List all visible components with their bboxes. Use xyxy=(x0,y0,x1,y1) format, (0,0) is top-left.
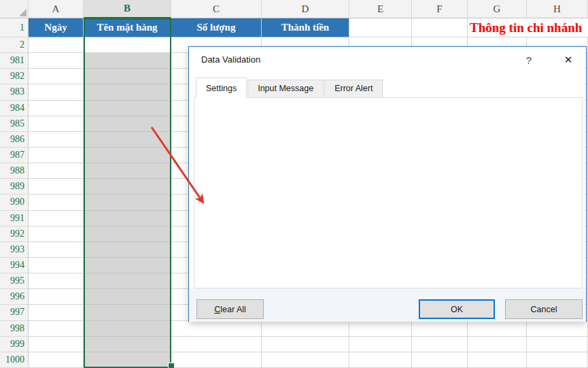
tab-input-message[interactable]: Input Message xyxy=(247,80,324,97)
cell-B991[interactable] xyxy=(84,211,171,227)
cell-B999[interactable] xyxy=(84,337,171,352)
row-header-986[interactable]: 986 xyxy=(0,132,29,148)
row-header-981[interactable]: 981 xyxy=(0,53,29,69)
cell-D998[interactable] xyxy=(262,321,349,337)
column-header-A[interactable]: A xyxy=(29,0,84,18)
row-header-2[interactable]: 2 xyxy=(0,37,29,53)
cell-E999[interactable] xyxy=(349,337,412,352)
cell-A989[interactable] xyxy=(29,179,84,195)
column-header-G[interactable]: G xyxy=(468,0,527,18)
row-header-998[interactable]: 998 xyxy=(0,321,29,337)
row-header-994[interactable]: 994 xyxy=(0,258,29,273)
cell-B997[interactable] xyxy=(84,305,171,320)
row-header-1[interactable]: 1 xyxy=(0,18,29,37)
cell-B982[interactable] xyxy=(84,69,171,84)
row-header-997[interactable]: 997 xyxy=(0,305,29,320)
column-header-B[interactable]: B xyxy=(84,0,171,18)
cell-C1[interactable]: Số lượng xyxy=(171,18,262,37)
select-all-corner[interactable] xyxy=(0,0,29,18)
help-icon[interactable]: ? xyxy=(521,52,537,67)
row-header-991[interactable]: 991 xyxy=(0,211,29,227)
cell-F999[interactable] xyxy=(412,337,468,352)
cell-C999[interactable] xyxy=(171,337,262,352)
cell-B988[interactable] xyxy=(84,163,171,179)
cell-A995[interactable] xyxy=(29,273,84,289)
cell-E998[interactable] xyxy=(349,321,412,337)
column-header-E[interactable]: E xyxy=(349,0,412,18)
cell-B986[interactable] xyxy=(84,132,171,148)
cell-G998[interactable] xyxy=(468,321,527,337)
cell-A981[interactable] xyxy=(29,53,84,69)
cell-B2[interactable] xyxy=(84,37,171,53)
cell-B996[interactable] xyxy=(84,289,171,305)
cell-A996[interactable] xyxy=(29,289,84,305)
row-header-999[interactable]: 999 xyxy=(0,337,29,352)
ok-button[interactable]: OK xyxy=(419,299,495,319)
cell-G1[interactable]: Thông tin chi nhánh xyxy=(468,18,588,37)
cell-A992[interactable] xyxy=(29,227,84,242)
cell-B995[interactable] xyxy=(84,273,171,289)
cell-H1000[interactable] xyxy=(527,352,588,368)
row-header-992[interactable]: 992 xyxy=(0,227,29,242)
fill-handle[interactable] xyxy=(168,363,175,368)
row-header-984[interactable]: 984 xyxy=(0,101,29,116)
cell-C1000[interactable] xyxy=(171,352,262,368)
cell-A990[interactable] xyxy=(29,195,84,210)
cell-A986[interactable] xyxy=(29,132,84,148)
cell-G1000[interactable] xyxy=(468,352,527,368)
cell-A998[interactable] xyxy=(29,321,84,337)
column-header-F[interactable]: F xyxy=(412,0,468,18)
tab-error-alert[interactable]: Error Alert xyxy=(324,80,383,97)
cell-D1000[interactable] xyxy=(262,352,349,368)
row-header-989[interactable]: 989 xyxy=(0,179,29,195)
row-header-983[interactable]: 983 xyxy=(0,84,29,100)
cell-A988[interactable] xyxy=(29,163,84,179)
cell-A1000[interactable] xyxy=(29,352,84,368)
close-icon[interactable]: ✕ xyxy=(559,52,578,68)
cell-A984[interactable] xyxy=(29,101,84,116)
cell-A994[interactable] xyxy=(29,258,84,273)
cell-A987[interactable] xyxy=(29,148,84,163)
cell-A983[interactable] xyxy=(29,84,84,100)
cell-B994[interactable] xyxy=(84,258,171,273)
row-header-995[interactable]: 995 xyxy=(0,273,29,289)
cell-H999[interactable] xyxy=(527,337,588,352)
cell-D999[interactable] xyxy=(262,337,349,352)
cell-A985[interactable] xyxy=(29,116,84,132)
column-header-C[interactable]: C xyxy=(171,0,262,18)
cell-A999[interactable] xyxy=(29,337,84,352)
tab-settings[interactable]: Settings xyxy=(196,78,247,98)
row-header-990[interactable]: 990 xyxy=(0,195,29,210)
cell-B987[interactable] xyxy=(84,148,171,163)
cell-A991[interactable] xyxy=(29,211,84,227)
column-header-D[interactable]: D xyxy=(262,0,349,18)
cell-A982[interactable] xyxy=(29,69,84,84)
row-header-982[interactable]: 982 xyxy=(0,69,29,84)
cell-B993[interactable] xyxy=(84,242,171,258)
cell-B1[interactable]: Tên mặt hàng xyxy=(84,18,171,37)
cell-B981[interactable] xyxy=(84,53,171,69)
row-header-1000[interactable]: 1000 xyxy=(0,352,29,368)
cell-A1[interactable]: Ngày xyxy=(29,18,84,37)
cell-B992[interactable] xyxy=(84,227,171,242)
cell-F998[interactable] xyxy=(412,321,468,337)
cell-E1000[interactable] xyxy=(349,352,412,368)
cell-A2[interactable] xyxy=(29,37,84,53)
row-header-987[interactable]: 987 xyxy=(0,148,29,163)
cell-H998[interactable] xyxy=(527,321,588,337)
row-header-988[interactable]: 988 xyxy=(0,163,29,179)
cell-B983[interactable] xyxy=(84,84,171,100)
cell-G999[interactable] xyxy=(468,337,527,352)
clear-all-button[interactable]: Clear All xyxy=(196,299,264,319)
column-header-H[interactable]: H xyxy=(527,0,588,18)
cell-D1[interactable]: Thành tiền xyxy=(262,18,349,37)
cell-A997[interactable] xyxy=(29,305,84,320)
cell-A993[interactable] xyxy=(29,242,84,258)
row-header-996[interactable]: 996 xyxy=(0,289,29,305)
row-header-993[interactable]: 993 xyxy=(0,242,29,258)
row-header-985[interactable]: 985 xyxy=(0,116,29,132)
cell-B984[interactable] xyxy=(84,101,171,116)
cell-B998[interactable] xyxy=(84,321,171,337)
cell-B990[interactable] xyxy=(84,195,171,210)
cell-F1000[interactable] xyxy=(412,352,468,368)
